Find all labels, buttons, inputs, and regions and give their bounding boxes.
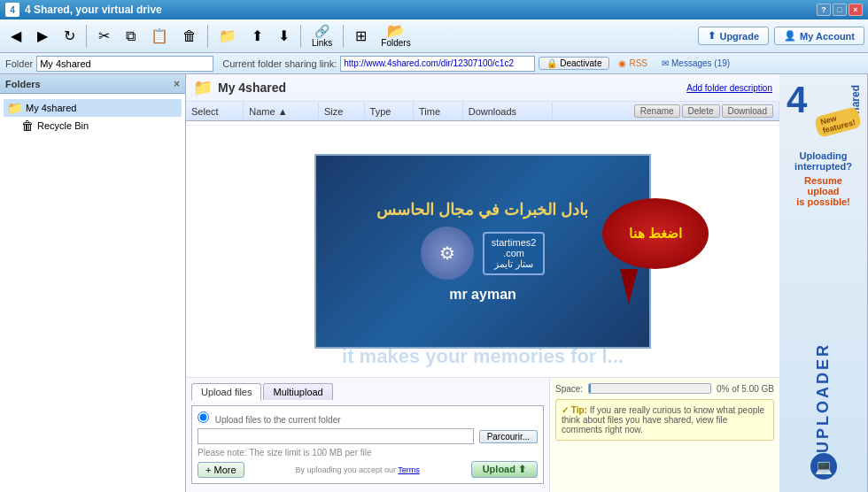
delete-button-table[interactable]: Delete [682, 104, 720, 118]
folder-title-icon: 📁 [193, 78, 213, 97]
sidebar-item-recycle[interactable]: 🗑 Recycle Bin [18, 117, 182, 135]
tip-box: ✓ Tip: If you are really curious to know… [555, 399, 774, 441]
image-area: بادل الخبرات في مجال الحاسس ⚙ startimes2… [186, 126, 779, 377]
browse-button[interactable]: Parcourir... [479, 430, 538, 443]
newfolder-icon: 📁 [219, 29, 236, 43]
upload-panel: Upload files Multiupload Upload files to… [186, 378, 549, 492]
sidebar: Folders × 📁 My 4shared 🗑 Recycle Bin [0, 74, 186, 492]
forward-button[interactable]: ▶ [30, 27, 55, 46]
col-size[interactable]: Size [318, 102, 364, 121]
col-actions: Rename Delete Download [553, 102, 779, 121]
size-note: Please note: The size limit is 100 MB pe… [198, 448, 538, 457]
window-title: 4 Shared, your virtual drive [25, 4, 162, 16]
sidebar-close-button[interactable]: × [174, 78, 180, 90]
maximize-button[interactable]: □ [833, 4, 847, 16]
rss-label: RSS [629, 58, 647, 68]
folder-icon: 📁 [7, 101, 22, 115]
laptop-icon: 💻 [815, 458, 833, 475]
account-button[interactable]: 👤 My Account [774, 27, 864, 45]
file-input[interactable] [198, 428, 474, 444]
more-button[interactable]: + More [198, 462, 244, 478]
col-time[interactable]: Time [414, 102, 463, 121]
startimes-line2: .com [492, 248, 537, 258]
deactivate-button[interactable]: 🔒 Deactivate [539, 57, 609, 70]
folder-input[interactable] [36, 56, 213, 72]
tos-link[interactable]: Terms [398, 465, 420, 474]
tab-multiupload-label: Multiupload [273, 387, 322, 397]
resume-upload-text: Resumeuploadis possible! [796, 175, 850, 207]
minimize-button[interactable]: ? [817, 4, 831, 16]
col-select[interactable]: Select [186, 102, 244, 121]
space-label: Space: [555, 384, 583, 394]
tip-panel: Space: 0% of 5.00 GB ✓ Tip: If you are r… [549, 378, 779, 492]
content-area: 📁 My 4shared Add folder description Sele… [186, 74, 779, 492]
blob-shape[interactable]: اضغط هنا [602, 198, 709, 269]
cut-button[interactable]: ✂ [91, 27, 116, 46]
newfolder-button[interactable]: 📁 [213, 27, 243, 46]
upgrade-icon: ⬆ [708, 30, 716, 42]
refresh-icon: ↻ [64, 29, 75, 43]
tip-body: If you are really curious to know what p… [562, 405, 764, 434]
upgrade-button[interactable]: ⬆ Upgrade [698, 27, 769, 45]
folders-button[interactable]: 📂 Folders [375, 21, 416, 50]
cut-icon: ✂ [98, 29, 110, 43]
upload-button[interactable]: ⬆ [244, 27, 269, 46]
space-text: 0% of 5.00 GB [717, 384, 774, 394]
upload-box: Upload files to the current folder Parco… [191, 405, 544, 484]
col-type[interactable]: Type [364, 102, 413, 121]
upload-tabs: Upload files Multiupload [191, 383, 544, 400]
tab-upload-files-label: Upload files [201, 387, 252, 397]
uploading-interrupted-text: Uploadinginterrupted? [794, 150, 852, 172]
banner-logo-area: ⚙ startimes2 .com ستار تايمز [421, 227, 546, 280]
rss-icon: ◉ [618, 58, 626, 68]
file-table: Select Name ▲ Size Type Time Downloads R… [186, 102, 779, 126]
upload-submit-button[interactable]: Upload ⬆ [471, 461, 538, 478]
sidebar-title: Folders [5, 79, 41, 89]
sidebar-item-label: Recycle Bin [37, 120, 89, 131]
space-bar-fill [589, 384, 590, 393]
red-blob[interactable]: اضغط هنا [602, 198, 709, 304]
messages-icon: ✉ [662, 58, 669, 68]
paste-icon: 📋 [151, 29, 168, 43]
delete-button[interactable]: 🗑 [176, 27, 203, 46]
table-header-row: Select Name ▲ Size Type Time Downloads R… [186, 102, 779, 121]
browse-row: Parcourir... [198, 428, 538, 444]
titlebar: 4 4 Shared, your virtual drive ? □ × [0, 0, 868, 19]
deactivate-icon: 🔒 [546, 58, 557, 68]
tab-multiupload[interactable]: Multiupload [263, 383, 332, 400]
sidebar-header: Folders × [0, 74, 185, 94]
back-icon: ◀ [11, 29, 21, 43]
col-downloads[interactable]: Downloads [462, 102, 552, 121]
rename-button[interactable]: Rename [634, 104, 680, 118]
close-button[interactable]: × [849, 4, 863, 16]
upload-radio[interactable] [198, 411, 209, 423]
toolbar: ◀ ▶ ↻ ✂ ⧉ 📋 🗑 📁 ⬆ ⬇ 🔗 Links ⊞ 📂 Folders [0, 19, 868, 53]
banner-arabic-text: بادل الخبرات في مجال الحاسس [376, 200, 588, 219]
rss-button[interactable]: ◉ RSS [613, 58, 653, 69]
blob-tail [620, 269, 638, 304]
links-button[interactable]: 🔗 Links [306, 21, 338, 50]
upload-label: Upload files to the current folder [198, 411, 538, 425]
tab-upload-files[interactable]: Upload files [191, 383, 261, 401]
sidebar-item-my4shared[interactable]: 📁 My 4shared [4, 99, 182, 117]
space-bar [588, 383, 711, 394]
copy-button[interactable]: ⧉ [118, 27, 143, 46]
add-folder-description-link[interactable]: Add folder description [686, 83, 772, 93]
back-button[interactable]: ◀ [4, 27, 28, 46]
refresh-button[interactable]: ↻ [57, 27, 81, 46]
sidebar-tree: 📁 My 4shared 🗑 Recycle Bin [0, 94, 185, 492]
separator-3 [300, 25, 301, 48]
download-button[interactable]: ⬇ [271, 27, 296, 46]
separator-4 [343, 25, 344, 48]
col-name[interactable]: Name ▲ [244, 102, 319, 121]
startimes-line3: ستار تايمز [492, 258, 537, 270]
watermark-text: it makes your memories for l... [342, 345, 624, 368]
delete-icon: 🗑 [182, 29, 197, 43]
links-icon: 🔗 [314, 24, 329, 38]
messages-button[interactable]: ✉ Messages (19) [656, 58, 735, 69]
uploader-label: UPLOADER [814, 337, 833, 453]
tiles-button[interactable]: ⊞ [348, 27, 373, 46]
paste-button[interactable]: 📋 [144, 27, 174, 46]
share-link-input[interactable] [340, 56, 535, 72]
download-button-table[interactable]: Download [722, 104, 773, 118]
